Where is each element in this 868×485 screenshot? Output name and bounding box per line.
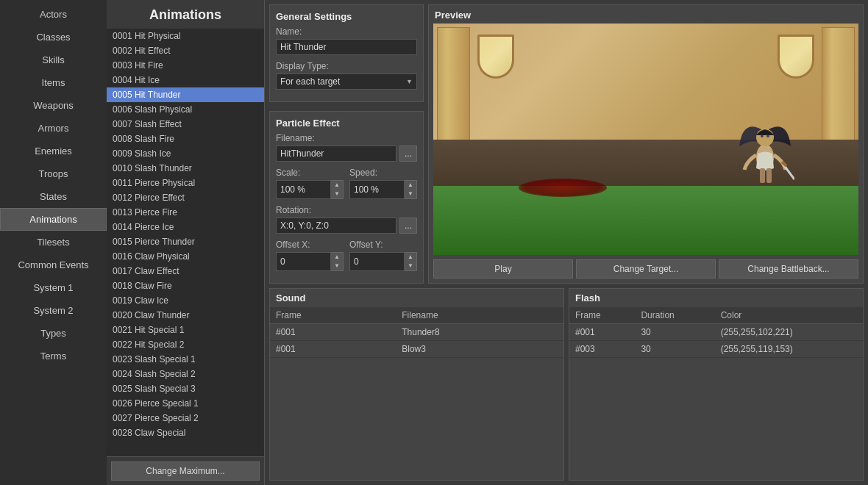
- display-type-select[interactable]: For each targetFor the whole screen: [276, 73, 417, 90]
- general-settings-title: General Settings: [276, 11, 417, 22]
- list-item[interactable]: 0002 Hit Effect: [107, 43, 264, 58]
- offset-x-down[interactable]: ▼: [331, 262, 343, 270]
- speed-up[interactable]: ▲: [405, 181, 416, 190]
- sound-table-body: #001Thunder8#001Blow3: [270, 324, 563, 358]
- speed-down[interactable]: ▼: [405, 190, 416, 198]
- list-item[interactable]: 0021 Hit Special 1: [107, 323, 264, 337]
- list-item[interactable]: 0022 Hit Special 2: [107, 337, 264, 352]
- list-item[interactable]: 0013 Pierce Fire: [107, 205, 264, 220]
- offset-y-spinner: ▲ ▼: [349, 252, 417, 271]
- sidebar-item-terms[interactable]: Terms: [0, 345, 107, 367]
- bottom-row: Sound Frame Filename #001Thunder8#001Blo…: [269, 288, 864, 481]
- flash-row-duration: 30: [635, 324, 714, 341]
- particle-effect-panel: Particle Effect Filename: ... Scale: ▲: [269, 111, 424, 284]
- sidebar-item-states[interactable]: States: [0, 185, 107, 208]
- top-row: General Settings Name: Display Type: For…: [269, 4, 864, 284]
- list-item[interactable]: 0027 Pierce Special 2: [107, 411, 264, 425]
- animations-list-panel: Animations 0001 Hit Physical0002 Hit Eff…: [107, 0, 265, 485]
- list-item[interactable]: 0018 Claw Fire: [107, 279, 264, 293]
- list-item[interactable]: 0009 Slash Ice: [107, 146, 264, 161]
- filename-row: ...: [276, 146, 417, 162]
- rotation-dots-button[interactable]: ...: [399, 218, 417, 234]
- flash-row-frame: #001: [569, 324, 635, 341]
- offset-x-input[interactable]: [276, 252, 331, 271]
- offset-y-input[interactable]: [349, 252, 405, 271]
- table-row[interactable]: #00330(255,255,119,153): [569, 341, 863, 358]
- table-row[interactable]: #001Blow3: [270, 341, 563, 358]
- flash-table-head: Frame Duration Color: [569, 307, 863, 324]
- sidebar-item-items[interactable]: Items: [0, 71, 107, 94]
- list-item[interactable]: 0003 Hit Fire: [107, 58, 264, 73]
- rotation-input[interactable]: [276, 218, 396, 234]
- list-item[interactable]: 0005 Hit Thunder: [107, 87, 264, 102]
- sidebar-item-enemies[interactable]: Enemies: [0, 140, 107, 162]
- sidebar-item-classes[interactable]: Classes: [0, 26, 107, 48]
- list-container[interactable]: 0001 Hit Physical0002 Hit Effect0003 Hit…: [107, 29, 264, 456]
- offset-y-up[interactable]: ▲: [405, 253, 416, 262]
- list-item[interactable]: 0008 Slash Fire: [107, 132, 264, 146]
- sidebar-item-common-events[interactable]: Common Events: [0, 254, 107, 276]
- name-input[interactable]: [276, 39, 417, 55]
- list-item[interactable]: 0019 Claw Ice: [107, 293, 264, 308]
- speed-arrows: ▲ ▼: [405, 180, 417, 199]
- sidebar-item-tilesets[interactable]: Tilesets: [0, 231, 107, 254]
- offset-row: Offset X: ▲ ▼ Offset Y:: [276, 240, 417, 271]
- change-max-button[interactable]: Change Maximum...: [111, 461, 260, 481]
- table-row[interactable]: #00130(255,255,102,221): [569, 324, 863, 341]
- sidebar-item-weapons[interactable]: Weapons: [0, 94, 107, 117]
- sidebar-item-armors[interactable]: Armors: [0, 117, 107, 140]
- filename-dots-button[interactable]: ...: [399, 146, 417, 162]
- list-item[interactable]: 0020 Claw Thunder: [107, 308, 264, 323]
- list-item[interactable]: 0011 Pierce Physical: [107, 176, 264, 190]
- scale-input[interactable]: [276, 180, 331, 199]
- list-item[interactable]: 0023 Slash Special 1: [107, 352, 264, 367]
- rotation-label: Rotation:: [276, 205, 417, 215]
- sidebar-item-troops[interactable]: Troops: [0, 162, 107, 185]
- list-item[interactable]: 0026 Pierce Special 1: [107, 396, 264, 411]
- sidebar-item-actors[interactable]: Actors: [0, 3, 107, 26]
- flash-row-frame: #003: [569, 341, 635, 358]
- general-settings-panel: General Settings Name: Display Type: For…: [269, 4, 424, 102]
- sidebar-item-animations[interactable]: Animations: [0, 208, 107, 231]
- scale-down[interactable]: ▼: [331, 190, 343, 198]
- preview-panel: Preview: [428, 4, 864, 284]
- flash-table-container[interactable]: Frame Duration Color #00130(255,255,102,…: [569, 307, 863, 480]
- sound-row-frame: #001: [270, 341, 396, 358]
- svg-rect-4: [760, 168, 765, 183]
- sidebar-item-types[interactable]: Types: [0, 322, 107, 345]
- list-item[interactable]: 0015 Pierce Thunder: [107, 234, 264, 249]
- list-item[interactable]: 0016 Claw Physical: [107, 249, 264, 264]
- sound-col-frame: Frame: [270, 307, 396, 324]
- list-item[interactable]: 0007 Slash Effect: [107, 117, 264, 132]
- scale-speed-row: Scale: ▲ ▼ Speed:: [276, 168, 417, 199]
- list-item[interactable]: 0017 Claw Effect: [107, 264, 264, 279]
- sound-title: Sound: [270, 289, 563, 307]
- offset-x-up[interactable]: ▲: [331, 253, 343, 262]
- list-item[interactable]: 0024 Slash Special 2: [107, 367, 264, 381]
- flash-row-duration: 30: [635, 341, 714, 358]
- scale-up[interactable]: ▲: [331, 181, 343, 190]
- change-battleback-button[interactable]: Change Battleback...: [719, 259, 858, 279]
- table-row[interactable]: #001Thunder8: [270, 324, 563, 341]
- sound-panel: Sound Frame Filename #001Thunder8#001Blo…: [269, 288, 564, 481]
- change-target-button[interactable]: Change Target...: [576, 259, 716, 279]
- rotation-row: ...: [276, 218, 417, 234]
- list-item[interactable]: 0004 Hit Ice: [107, 73, 264, 87]
- speed-input[interactable]: [349, 180, 405, 199]
- list-item[interactable]: 0014 Pierce Ice: [107, 220, 264, 234]
- offset-y-down[interactable]: ▼: [405, 262, 416, 270]
- sound-table-container[interactable]: Frame Filename #001Thunder8#001Blow3: [270, 307, 563, 480]
- list-item[interactable]: 0025 Slash Special 3: [107, 381, 264, 396]
- sidebar-item-system1[interactable]: System 1: [0, 276, 107, 299]
- list-item[interactable]: 0028 Claw Special: [107, 425, 264, 440]
- sidebar-item-skills[interactable]: Skills: [0, 48, 107, 71]
- offset-x-spinner: ▲ ▼: [276, 252, 344, 271]
- play-button[interactable]: Play: [433, 259, 573, 279]
- list-item[interactable]: 0010 Slash Thunder: [107, 161, 264, 176]
- list-item[interactable]: 0006 Slash Physical: [107, 102, 264, 117]
- sidebar-item-system2[interactable]: System 2: [0, 299, 107, 322]
- list-item[interactable]: 0001 Hit Physical: [107, 29, 264, 43]
- svg-rect-5: [766, 168, 772, 183]
- list-item[interactable]: 0012 Pierce Effect: [107, 190, 264, 205]
- filename-input[interactable]: [276, 146, 396, 162]
